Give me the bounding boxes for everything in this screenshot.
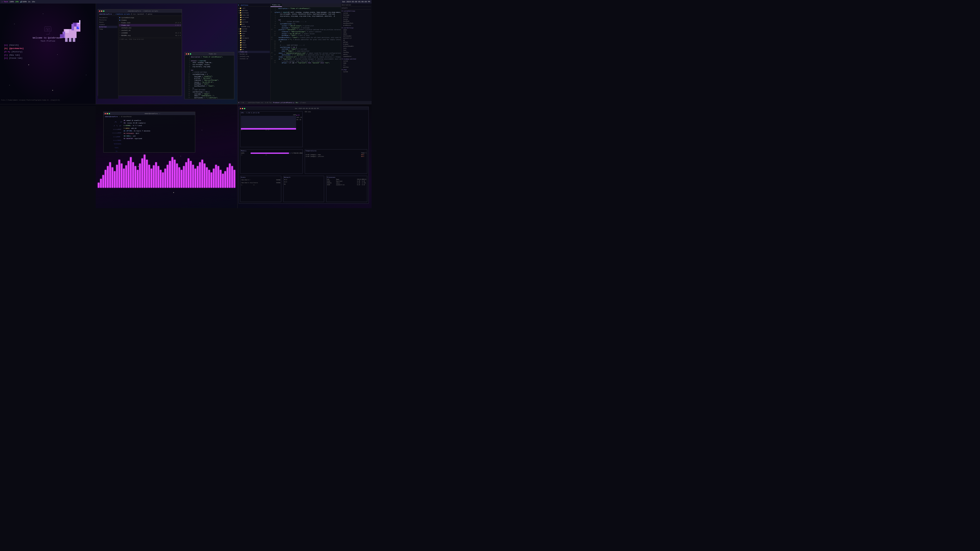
outline-fontpkg[interactable]: fontPkg — [343, 52, 371, 54]
vis-bar — [144, 155, 145, 188]
cp-close[interactable] — [186, 53, 187, 55]
outline-font[interactable]: font — [343, 49, 371, 52]
outline-np-patches[interactable]: patches — [343, 66, 371, 68]
fm-titlebar: emmet@snowfire: ~/cmdline-scripts — [98, 10, 182, 13]
neo-close[interactable] — [105, 113, 106, 114]
fm-min-btn[interactable] — [101, 11, 102, 12]
outline-np-src[interactable]: src — [343, 64, 371, 66]
dir-icon: ▶ — [119, 19, 121, 21]
cp-min[interactable] — [188, 53, 189, 55]
outline-system[interactable]: system — [343, 12, 371, 14]
list-item-selected[interactable]: · flake.nix 2.26 K — [119, 24, 181, 27]
neo-titlebar: emmet@snowfire: ~ — [103, 112, 195, 115]
outline-name[interactable]: name — [343, 31, 371, 33]
outline-wmtype[interactable]: wmType — [343, 41, 371, 43]
list-item[interactable]: · install.nix — [119, 27, 181, 29]
tree-item-personal[interactable]: 📁 personal — [238, 16, 270, 19]
outline-theme[interactable]: wunlcorn-yt — [343, 37, 371, 39]
tree-item-install-org[interactable]: · install.org — [238, 56, 270, 58]
sysmon-min[interactable] — [242, 108, 243, 109]
vis-bar — [162, 172, 164, 188]
proc-pw-mem: 0.1% — [362, 184, 366, 186]
tree-item-install-sh[interactable]: · install.sh — [238, 58, 270, 60]
list-item[interactable]: · install.sh — [119, 29, 181, 32]
tree-item-shell[interactable]: 📁 shell — [238, 44, 270, 46]
fm-sidebar-pictures[interactable]: Pictures — [99, 19, 118, 21]
outline-bootmode[interactable]: bootMode — [343, 21, 371, 22]
tree-item-system[interactable]: ▶ 📁 system — [238, 28, 270, 30]
list-item[interactable]: ▶ systemSettings — [119, 16, 181, 19]
tree-item-git[interactable]: ▶ 📁 .git — [238, 7, 270, 10]
list-item[interactable]: · README.org 46.1 K — [119, 34, 181, 37]
qb-menu-quickmarks[interactable]: [b] [Quickmarks] — [4, 47, 94, 50]
outline-np-system[interactable]: system — [343, 60, 371, 62]
editor-tab-flake[interactable]: flake.nix — [270, 3, 282, 7]
vis-bar — [234, 170, 235, 188]
proc-col-cpu: CPU(%) — [357, 179, 362, 180]
fm-close-btn[interactable] — [99, 11, 100, 12]
tree-item-harden[interactable]: · harden.sh — [238, 53, 270, 56]
outline-editor[interactable]: editor — [343, 54, 371, 56]
qb-menu-search[interactable]: [o] [Search] — [4, 44, 94, 47]
tree-item-worklab[interactable]: 📁 worklab — [238, 21, 270, 23]
temp-label — [305, 152, 361, 154]
proc-emacs-pid: 550631 — [327, 183, 336, 184]
tree-item-patches[interactable]: ▶ 📁 patches — [238, 10, 270, 12]
tree-item-pkgs[interactable]: 📁 pkgs — [238, 41, 270, 44]
outline-profile[interactable]: profile — [343, 16, 371, 18]
fm-sidebar-music[interactable]: Music — [99, 21, 118, 24]
visualizer-bars — [96, 147, 237, 188]
outline-browser[interactable]: browser — [343, 43, 371, 45]
tree-item-style[interactable]: 📁 style — [238, 46, 270, 48]
memory-header: Memory — [241, 150, 302, 152]
proc-emacs-mem: 0.79% — [362, 183, 366, 184]
fm-sidebar-videos[interactable]: Videos — [99, 24, 118, 26]
outline-grub[interactable]: grubDevice — [343, 24, 371, 27]
outline-email[interactable]: email — [343, 33, 371, 35]
outline-username[interactable]: emmet — [343, 29, 371, 31]
neo-max[interactable] — [109, 113, 110, 114]
fm-sidebar-temp[interactable]: Temp — [99, 28, 118, 30]
qutebrowser-window: ┌──────┐ │ ┌───┐ │ │ │ Q │ │ └───┴───┘ │… — [0, 3, 96, 106]
tree-item-user[interactable]: ▼ 📁 user — [238, 32, 270, 35]
outline-roamdir[interactable]: defaultRoamDir — [343, 45, 371, 48]
outline-dotfiles[interactable]: dotfilesDir — [343, 35, 371, 37]
tree-item-homelab[interactable]: 📁 home.lab — [238, 14, 270, 16]
tree-item-work[interactable]: 📁 work — [238, 19, 270, 21]
outline-pkgs-system[interactable]: system — [343, 71, 371, 73]
fm-sidebar-external[interactable]: External — [99, 26, 118, 28]
outline-spawn[interactable]: spawnEditor — [343, 56, 371, 58]
tree-item-readme[interactable]: · README.org — [238, 25, 270, 28]
tree-item-flake-selected[interactable]: · flake.nix — [238, 51, 270, 53]
neo-min[interactable] — [107, 113, 108, 114]
outline-hostname[interactable]: hostname — [343, 14, 371, 16]
qb-menu-history[interactable]: [S h] [History] — [4, 50, 94, 54]
code-area[interactable]: 1 description = "Flake of LibrePhoenix";… — [270, 7, 341, 104]
proc-emacs-name: emacs — [336, 183, 357, 184]
tree-item-profiles[interactable]: ▼ 📁 profiles — [238, 12, 270, 14]
outline-bootmount[interactable]: bootMountPath — [343, 22, 371, 24]
fm-sidebar-documents[interactable]: Documents — [99, 17, 118, 19]
outline-wm[interactable]: wm — [343, 39, 371, 41]
network-header: Network — [284, 176, 324, 178]
qb-menu-newtab[interactable]: [t] [New tab] — [4, 54, 94, 57]
outline-locale[interactable]: locale — [343, 18, 371, 21]
sysmon-close[interactable] — [240, 108, 241, 109]
cp-max[interactable] — [190, 53, 191, 55]
sysmon-max[interactable] — [244, 108, 245, 109]
tree-item-wm[interactable]: 📁 wm — [238, 48, 270, 51]
outline-term[interactable]: term — [343, 48, 371, 49]
topbar-tags: 2s — [28, 1, 30, 3]
fm-max-btn[interactable] — [103, 11, 104, 12]
tree-item-lang[interactable]: 📁 lang — [238, 39, 270, 41]
list-item[interactable]: ▶ themes — [119, 19, 181, 21]
list-item[interactable]: · LICENSE 34.2 K — [119, 32, 181, 34]
tree-item-app[interactable]: 📁 app — [238, 35, 270, 37]
tree-item-themes[interactable]: ▶ 📁 themes — [238, 30, 270, 32]
qb-menu-closetab[interactable]: [x] [Close tab] — [4, 57, 94, 60]
file-icon: · — [119, 32, 121, 34]
tree-item-hardware[interactable]: 📁 hardware — [238, 37, 270, 39]
tree-item-wsl[interactable]: 📁 wsl — [238, 23, 270, 25]
outline-np-name[interactable]: name — [343, 62, 371, 64]
list-item[interactable]: · Flake.lock 27.5 K — [119, 21, 181, 24]
